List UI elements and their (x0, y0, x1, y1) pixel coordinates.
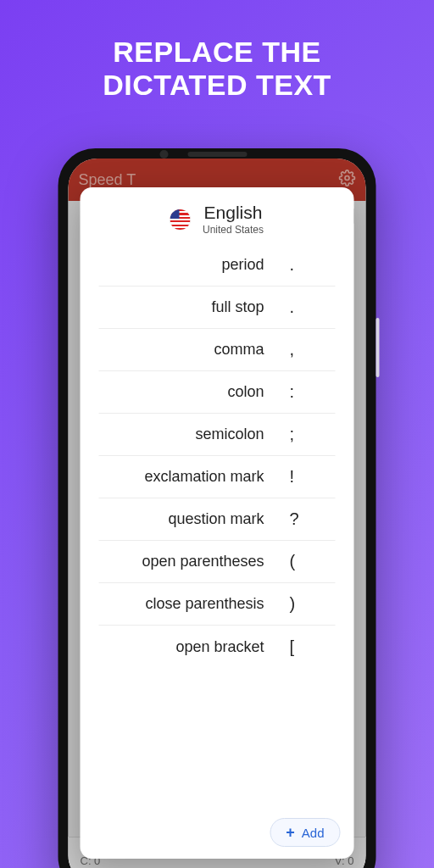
plus-icon: + (286, 825, 295, 840)
headline-line-1: REPLACE THE (17, 36, 417, 69)
phrase-text: close parenthesis (99, 594, 285, 614)
list-item[interactable]: open parentheses( (99, 541, 336, 583)
phrase-text: period (99, 255, 285, 275)
symbol-text: . (285, 298, 336, 317)
promo-headline: REPLACE THE DICTATED TEXT (0, 0, 434, 102)
symbol-text: [ (285, 637, 336, 657)
add-button-label: Add (302, 826, 325, 840)
replace-dialog: English United States period.full stop.c… (81, 187, 354, 859)
list-item[interactable]: period. (99, 244, 336, 287)
phone-camera (160, 150, 169, 159)
phone-screen: Speed T S la tl b s e C: 0 V: 0 (69, 159, 366, 868)
phrase-text: exclamation mark (99, 467, 285, 487)
phone-speaker (187, 152, 247, 157)
language-country: United States (203, 224, 264, 236)
list-item[interactable]: full stop. (99, 287, 336, 329)
list-item[interactable]: close parenthesis) (99, 583, 336, 626)
replacement-list[interactable]: period.full stop.comma,colon:semicolon;e… (81, 244, 354, 810)
add-button[interactable]: + Add (270, 818, 340, 847)
phrase-text: semicolon (99, 425, 285, 444)
list-item[interactable]: semicolon; (99, 414, 336, 456)
symbol-text: ! (285, 467, 336, 487)
symbol-text: ; (285, 425, 336, 444)
list-item[interactable]: comma, (99, 329, 336, 371)
symbol-text: : (285, 382, 336, 402)
phrase-text: open bracket (99, 637, 285, 657)
symbol-text: ) (285, 594, 336, 614)
list-item[interactable]: question mark? (99, 498, 336, 541)
phrase-text: open parentheses (99, 552, 285, 571)
list-item[interactable]: exclamation mark! (99, 456, 336, 498)
us-flag-icon (170, 209, 191, 230)
headline-line-2: DICTATED TEXT (17, 69, 417, 102)
symbol-text: ( (285, 552, 336, 571)
list-item[interactable]: open bracket[ (99, 626, 336, 668)
dialog-header: English United States (81, 187, 354, 244)
phone-side-button (376, 318, 380, 377)
language-name: English (203, 203, 264, 223)
symbol-text: , (285, 340, 336, 359)
phone-frame: Speed T S la tl b s e C: 0 V: 0 (58, 148, 376, 868)
phrase-text: colon (99, 382, 285, 402)
symbol-text: . (285, 255, 336, 275)
phrase-text: question mark (99, 509, 285, 529)
phrase-text: comma (99, 340, 285, 359)
phrase-text: full stop (99, 298, 285, 317)
list-item[interactable]: colon: (99, 371, 336, 414)
symbol-text: ? (285, 509, 336, 529)
dialog-footer: + Add (81, 810, 354, 859)
